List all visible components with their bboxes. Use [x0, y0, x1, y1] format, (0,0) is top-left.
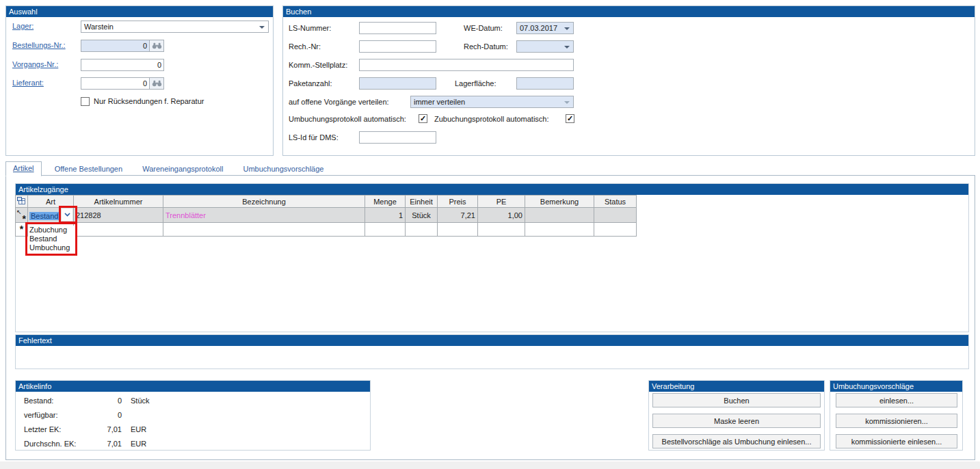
cell-pe-empty[interactable] — [478, 223, 525, 237]
tab-umbuchungsvorschlaege[interactable]: Umbuchungsvorschläge — [236, 163, 330, 176]
bestellungs-nr-label[interactable]: Bestellungs-Nr.: — [12, 41, 66, 49]
chevron-down-icon — [64, 213, 70, 217]
cell-menge-empty[interactable] — [365, 223, 406, 237]
edit-arrow-icon: ↖ — [16, 209, 22, 215]
new-row-marker: * — [16, 223, 28, 237]
maske-leeren-button[interactable]: Maske leeren — [652, 414, 821, 428]
cell-status-empty[interactable] — [594, 223, 637, 237]
chevron-down-icon — [259, 26, 265, 29]
cell-artikelnummer[interactable]: 212828 — [74, 208, 163, 223]
cell-einheit[interactable]: Stück — [406, 208, 438, 223]
col-header-status[interactable]: Status — [594, 196, 637, 208]
vorgangs-nr-input[interactable] — [81, 59, 164, 71]
col-header-preis[interactable]: Preis — [438, 196, 478, 208]
tab-wareneingangsprotokoll[interactable]: Wareneingangsprotokoll — [135, 163, 230, 176]
komm-stellplatz-input[interactable] — [359, 59, 574, 71]
art-cell-editor[interactable]: Bestand — [28, 208, 74, 223]
asterisk-icon: * — [20, 224, 23, 234]
cell-pe[interactable]: 1,00 — [478, 208, 525, 223]
lagerflaeche-label: Lagerfläche: — [455, 79, 496, 88]
rech-datum-select[interactable] — [516, 40, 574, 53]
ls-nummer-label: LS-Nummer: — [289, 24, 331, 32]
cell-bemerkung[interactable] — [525, 208, 594, 223]
check-icon: ✓ — [567, 114, 573, 122]
ls-id-dms-input[interactable] — [359, 131, 436, 144]
chevron-down-icon — [564, 27, 570, 30]
grid-header-row: Art Artikelnummer Bezeichnung Menge Einh… — [16, 196, 637, 208]
art-dropdown-option-bestand[interactable]: Bestand — [28, 234, 75, 243]
art-dropdown-option-umbuchung[interactable]: Umbuchung — [28, 243, 75, 252]
ls-nummer-input[interactable] — [359, 22, 436, 34]
cell-einheit-empty[interactable] — [406, 223, 438, 237]
col-header-pe[interactable]: PE — [478, 196, 525, 208]
cell-bezeichnung-empty[interactable] — [163, 223, 365, 237]
we-datum-select[interactable]: 07.03.2017 — [516, 22, 574, 34]
lagerflaeche-input[interactable] — [516, 77, 574, 90]
rech-nr-input[interactable] — [359, 40, 436, 53]
we-datum-value: 07.03.2017 — [520, 24, 557, 32]
verteilen-select[interactable]: immer verteilen — [410, 96, 574, 108]
lager-select[interactable]: Warstein — [81, 21, 269, 33]
bestellungs-nr-input[interactable] — [81, 40, 150, 52]
lieferant-input[interactable] — [81, 77, 150, 90]
zubuchungsprotokoll-label: Zubuchungsprotokoll automatisch: — [434, 115, 549, 123]
lieferant-label[interactable]: Lieferant: — [12, 79, 44, 87]
bestellvorschlaege-einlesen-button[interactable]: Bestellvorschläge als Umbuchung einlesen… — [652, 434, 821, 448]
nur-ruecksendungen-label: Nur Rücksendungen f. Reparatur — [94, 97, 204, 105]
umbuchungsprotokoll-label: Umbuchungsprotokoll automatisch: — [289, 115, 406, 123]
col-header-art[interactable]: Art — [28, 196, 74, 208]
lieferant-search-button[interactable] — [149, 77, 164, 90]
grid-properties-icon-cell[interactable] — [16, 196, 28, 208]
binoculars-icon — [152, 42, 162, 49]
cell-preis[interactable]: 7,21 — [438, 208, 478, 223]
buchen-button[interactable]: Buchen — [652, 393, 821, 407]
col-header-bemerkung[interactable]: Bemerkung — [525, 196, 594, 208]
cell-menge[interactable]: 1 — [365, 208, 406, 223]
lager-label[interactable]: Lager: — [12, 22, 34, 30]
art-dropdown-list: Zubuchung Bestand Umbuchung — [28, 226, 75, 252]
row-edit-marker: ↖ * — [16, 208, 28, 223]
kommissionierte-einlesen-button[interactable]: kommissionierte einlesen... — [836, 434, 957, 448]
grid-new-row[interactable]: * — [16, 223, 637, 237]
tab-artikel[interactable]: Artikel — [5, 161, 42, 176]
cell-bezeichnung[interactable]: Trennblätter — [163, 208, 365, 223]
einlesen-button[interactable]: einlesen... — [836, 393, 957, 407]
nur-ruecksendungen-checkbox[interactable] — [81, 97, 90, 106]
art-dropdown-button[interactable] — [62, 209, 72, 221]
bestand-value: 0 — [77, 397, 122, 405]
bestand-label: Bestand: — [24, 397, 53, 405]
asterisk-icon: * — [23, 215, 26, 222]
verarbeitung-panel: Verarbeitung Buchen Maske leeren Bestell… — [648, 380, 825, 451]
art-dropdown-option-zubuchung[interactable]: Zubuchung — [28, 226, 75, 234]
verfuegbar-label: verfügbar: — [24, 411, 58, 419]
letzter-ek-value: 7,01 — [77, 425, 122, 433]
zubuchungsprotokoll-checkbox[interactable]: ✓ — [566, 114, 574, 123]
tab-offene-bestellungen[interactable]: Offene Bestellungen — [48, 163, 129, 176]
bestellungs-nr-search-button[interactable] — [149, 40, 164, 52]
col-header-einheit[interactable]: Einheit — [406, 196, 438, 208]
cell-artikelnummer-empty[interactable] — [74, 223, 163, 237]
letzter-ek-label: Letzter EK: — [24, 425, 61, 433]
kommissionieren-button[interactable]: kommissionieren... — [836, 414, 957, 428]
cell-status[interactable] — [594, 208, 637, 223]
cell-bemerkung-empty[interactable] — [525, 223, 594, 237]
umbuchungsvorschlaege-panel-title: Umbuchungsvorschläge — [830, 381, 962, 392]
umbuchungsprotokoll-checkbox[interactable]: ✓ — [419, 114, 427, 123]
grid-row-1[interactable]: ↖ * Bestand 212828 Trennblätter 1 Stück … — [16, 208, 637, 223]
check-icon: ✓ — [420, 114, 426, 122]
verfuegbar-value: 0 — [77, 411, 122, 419]
artikelinfo-panel: Artikelinfo Bestand: 0 Stück verfügbar: … — [15, 380, 371, 451]
artikelinfo-panel-title: Artikelinfo — [16, 381, 370, 392]
fehlertext-panel: Fehlertext — [15, 334, 969, 369]
komm-stellplatz-label: Komm.-Stellplatz: — [289, 61, 347, 69]
paketanzahl-label: Paketanzahl: — [289, 79, 332, 88]
cell-preis-empty[interactable] — [438, 223, 478, 237]
durchschn-ek-label: Durchschn. EK: — [24, 440, 76, 448]
chevron-down-icon — [564, 101, 570, 104]
col-header-bezeichnung[interactable]: Bezeichnung — [163, 196, 365, 208]
lager-select-value: Warstein — [84, 23, 114, 31]
paketanzahl-input[interactable] — [359, 77, 436, 90]
vorgangs-nr-label[interactable]: Vorgangs-Nr.: — [12, 60, 58, 68]
col-header-menge[interactable]: Menge — [365, 196, 406, 208]
col-header-artikelnummer[interactable]: Artikelnummer — [74, 196, 163, 208]
